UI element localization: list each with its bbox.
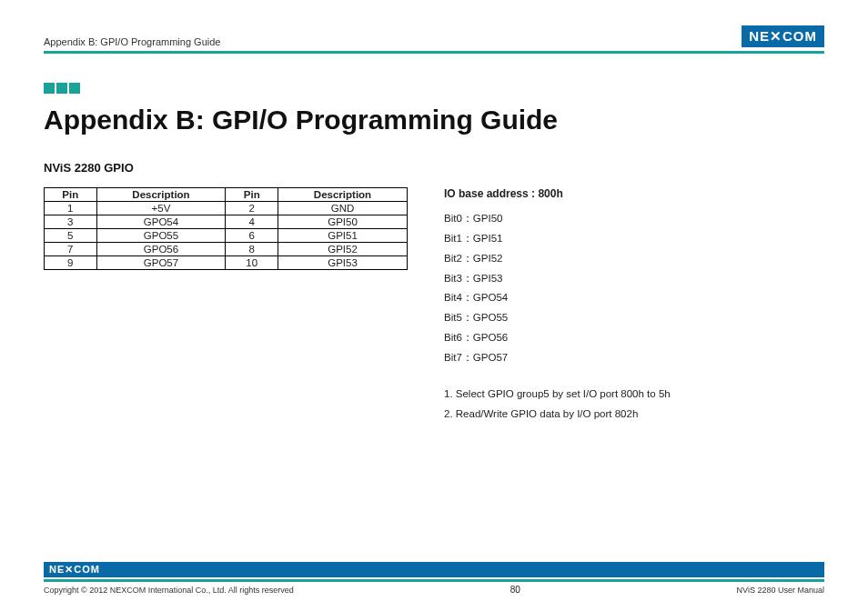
table-row: 9 GPO57 10 GPI53 [45,256,408,270]
brand-logo-bottom: NE✕COM [44,562,824,577]
cell: 5 [45,229,97,243]
cell: GPI51 [278,229,407,243]
header-rule [44,51,824,54]
cell: 3 [45,215,97,229]
table-row: 5 GPO55 6 GPI51 [45,229,408,243]
page-number: 80 [510,585,520,595]
cell: GPO55 [96,229,226,243]
footer-rule [44,579,824,582]
cell: 6 [226,229,278,243]
bit-item: Bit5：GPO55 [444,308,824,328]
cell: 10 [226,256,278,270]
breadcrumb: Appendix B: GPI/O Programming Guide [44,36,220,47]
cell: GPO56 [96,243,226,256]
th: Description [278,188,407,202]
table-row: 7 GPO56 8 GPI52 [45,243,408,256]
io-base-heading: IO base address : 800h [444,187,824,200]
bit-item: Bit0：GPI50 [444,209,824,229]
cell: 8 [226,243,278,256]
cell: 1 [45,202,97,215]
cell: GND [278,202,407,215]
decorative-squares [44,81,824,97]
bit-item: Bit3：GPI53 [444,269,824,289]
cell: GPO57 [96,256,226,270]
gpio-pin-table: Pin Description Pin Description 1 +5V 2 … [44,187,408,270]
cell: 9 [45,256,97,270]
th: Description [96,188,226,202]
cell: 2 [226,202,278,215]
table-row: 3 GPO54 4 GPI50 [45,215,408,229]
instruction-steps: 1. Select GPIO group5 by set I/O port 80… [444,385,824,425]
bit-item: Bit4：GPO54 [444,288,824,308]
section-subhead: NViS 2280 GPIO [44,161,824,175]
bit-item: Bit7：GPO57 [444,348,824,368]
copyright-text: Copyright © 2012 NEXCOM International Co… [44,586,294,595]
cell: GPO54 [96,215,226,229]
cell: GPI50 [278,215,407,229]
table-row: 1 +5V 2 GND [45,202,408,215]
brand-logo-top: NE✕COM [742,25,824,47]
step-item: 2. Read/Write GPIO data by I/O port 802h [444,405,824,425]
cell: +5V [96,202,226,215]
th: Pin [45,188,97,202]
cell: 7 [45,243,97,256]
doc-name: NViS 2280 User Manual [737,586,824,595]
bit-item: Bit1：GPI51 [444,229,824,249]
cell: GPI53 [278,256,407,270]
bit-item: Bit2：GPI52 [444,249,824,269]
page-title: Appendix B: GPI/O Programming Guide [44,105,824,135]
bit-mapping-list: Bit0：GPI50 Bit1：GPI51 Bit2：GPI52 Bit3：GP… [444,209,824,368]
cell: 4 [226,215,278,229]
bit-item: Bit6：GPO56 [444,328,824,348]
cell: GPI52 [278,243,407,256]
table-header-row: Pin Description Pin Description [45,188,408,202]
step-item: 1. Select GPIO group5 by set I/O port 80… [444,385,824,405]
th: Pin [226,188,278,202]
